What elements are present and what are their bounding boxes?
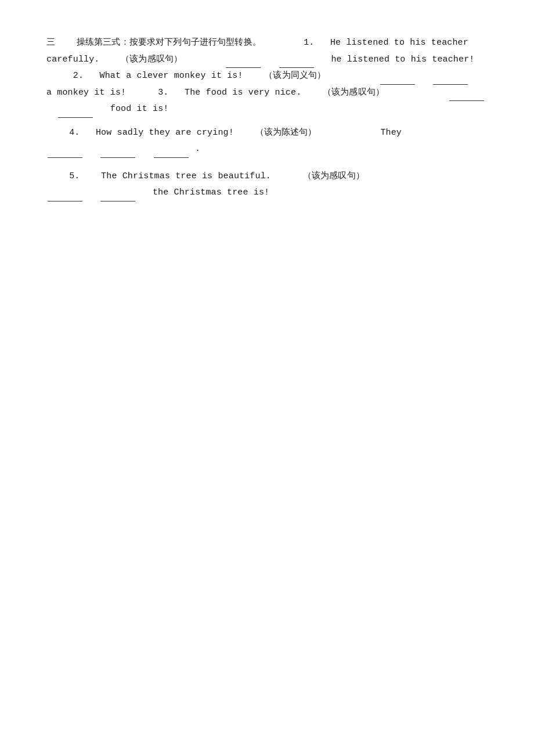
- item5-instruction: （该为感叹句）: [303, 171, 365, 181]
- item1-instruction: （该为感叹句）: [121, 55, 182, 64]
- item4-blank2[interactable]: [100, 157, 135, 158]
- spacer-i4d: [89, 144, 94, 154]
- item4-blank3[interactable]: [154, 157, 189, 158]
- item5-block: 5. The Christmas tree is beautiful. （该为感…: [46, 168, 488, 201]
- item4-sentence: How sadly they are crying!: [96, 128, 234, 138]
- item5-sentence: The Christmas tree is beautiful.: [101, 171, 271, 181]
- spacer-i4a: [85, 128, 91, 138]
- spacer14: [174, 88, 179, 98]
- item5-num: 5.: [69, 171, 80, 181]
- item5-blank1[interactable]: [48, 201, 82, 201]
- spacer-i5d: [142, 188, 147, 197]
- content: 三 操练第三式：按要求对下列句子进行句型转换。 1. He listened t…: [46, 35, 488, 201]
- item5-line2: the Christmas tree is!: [46, 185, 488, 201]
- item4-num: 4.: [69, 128, 80, 138]
- item2-blank2[interactable]: [433, 84, 468, 85]
- spacer-i5b: [276, 171, 298, 181]
- item4-instruction: （该为陈述句）: [255, 128, 317, 138]
- item4-line1: 4. How sadly they are crying! （该为陈述句） Th…: [46, 125, 488, 142]
- spacer-i5c: [89, 188, 94, 197]
- spacer-i4e: [142, 144, 147, 154]
- spacer5: [268, 55, 273, 64]
- section-intro: 操练第三式：按要求对下列句子进行句型转换。: [77, 38, 261, 48]
- spacer1: [266, 38, 298, 48]
- item3-continuation: food it is!: [110, 104, 169, 114]
- spacer18: [99, 104, 104, 114]
- item1-num: 1.: [304, 38, 314, 48]
- spacer-i4b: [239, 128, 250, 138]
- spacer15: [306, 88, 317, 98]
- spacer11: [421, 71, 427, 81]
- spacer-i5a: [85, 171, 96, 181]
- spacer7: [46, 71, 68, 81]
- item3-blank2[interactable]: [58, 117, 93, 118]
- spacer12: [474, 71, 479, 81]
- item5-line1: 5. The Christmas tree is beautiful. （该为感…: [46, 168, 488, 185]
- item2-num: 2.: [73, 71, 84, 81]
- section-label: 三: [46, 38, 55, 48]
- item3-blank1[interactable]: [449, 100, 484, 101]
- section-paragraph: 三 操练第三式：按要求对下列句子进行句型转换。 1. He listened t…: [46, 35, 488, 118]
- item2-instruction: （该为同义句）: [264, 71, 326, 81]
- item4-block: 4. How sadly they are crying! （该为陈述句） Th…: [46, 125, 488, 158]
- item1-continuation: he listened to his teacher!: [331, 55, 474, 64]
- item4-blank1[interactable]: [48, 157, 82, 158]
- spacer17: [46, 104, 52, 114]
- spacer6: [320, 55, 326, 64]
- item2-blank1[interactable]: [380, 84, 415, 85]
- spacer-i4c: [322, 128, 376, 138]
- item3-sentence: The food is very nice.: [185, 88, 301, 98]
- item2-sentence: What a clever monkey it is!: [100, 71, 243, 81]
- item1-blank2[interactable]: [279, 67, 314, 68]
- item4-end: .: [195, 144, 200, 154]
- spacer9: [248, 71, 259, 81]
- spacer2: [320, 38, 325, 48]
- spacer3: [105, 55, 116, 64]
- item3-instruction: （该为感叹句）: [323, 88, 384, 98]
- item5-blank2[interactable]: [100, 201, 135, 201]
- item1-blank1[interactable]: [226, 67, 261, 68]
- section-spacer: [60, 38, 71, 48]
- item4-line2: .: [46, 141, 488, 158]
- item2-continuation: a monkey it is!: [46, 88, 126, 98]
- item4-prefix: They: [380, 128, 402, 138]
- spacer10: [331, 71, 373, 81]
- spacer16: [389, 88, 443, 98]
- page: 三 操练第三式：按要求对下列句子进行句型转换。 1. He listened t…: [0, 0, 534, 756]
- item3-num: 3.: [158, 88, 168, 98]
- spacer13: [131, 88, 153, 98]
- spacer4: [187, 55, 219, 64]
- spacer8: [89, 71, 94, 81]
- item5-continuation: the Christmas tree is!: [153, 188, 269, 197]
